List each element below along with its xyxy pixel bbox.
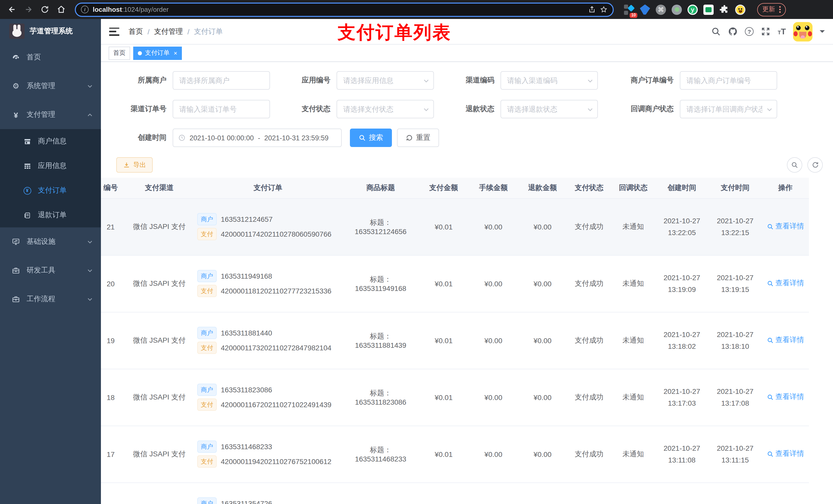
site-info-icon[interactable]: i — [81, 6, 89, 13]
column-header: 退款金额 — [518, 178, 567, 198]
column-header: 支付状态 — [567, 178, 611, 198]
github-icon[interactable] — [728, 27, 738, 37]
cell-amount: ¥0.01 — [419, 198, 469, 255]
diamond-extension-icon[interactable]: 10 — [624, 4, 634, 15]
merchant-tag: 商户 — [197, 384, 217, 396]
cell-notify: 未通知 — [611, 426, 655, 482]
help-icon[interactable]: ? — [745, 27, 754, 36]
cell-refund: ¥0.00 — [518, 255, 567, 312]
table-row: 商户 1635311354726 支付 查看详情 — [101, 482, 809, 504]
forward-icon[interactable] — [22, 3, 35, 16]
breadcrumb-section[interactable]: 支付管理 — [154, 27, 183, 36]
table-toolbar: 导出 — [111, 157, 823, 173]
cell-id: 17 — [101, 426, 125, 482]
cell-status: 支付成功 — [567, 255, 611, 312]
user-avatar[interactable] — [793, 22, 812, 41]
back-icon[interactable] — [5, 3, 19, 16]
show-search-toggle-button[interactable] — [787, 157, 802, 173]
breadcrumb-current: 支付订单 — [194, 27, 223, 36]
notify-status-select[interactable] — [680, 100, 777, 118]
close-icon[interactable]: × — [174, 49, 177, 56]
breadcrumb: 首页 / 支付管理 / 支付订单 — [128, 27, 223, 36]
extensions-puzzle-icon[interactable] — [719, 4, 730, 15]
tag-pay-order[interactable]: 支付订单 × — [133, 46, 182, 60]
clock-icon — [178, 134, 186, 141]
emoji-avatar-icon[interactable] — [735, 4, 745, 15]
sidebar-item-devtools[interactable]: 研发工具 — [0, 256, 101, 285]
merchant-select[interactable] — [173, 71, 270, 90]
sidebar-item-system[interactable]: ⚙ 系统管理 — [0, 72, 101, 100]
breadcrumb-home[interactable]: 首页 — [128, 27, 143, 36]
address-bar[interactable]: i localhost:1024/pay/order — [75, 2, 614, 17]
update-button[interactable]: 更新 — [757, 3, 786, 16]
tag-home[interactable]: 首页 — [109, 46, 130, 60]
cell-pay-order: 商户 1635311468233 支付 42000011942021102767… — [193, 426, 343, 482]
command-extension-icon[interactable]: ⌘ — [656, 4, 666, 15]
chat-extension-icon[interactable] — [704, 4, 714, 15]
merchant-order-no: 1635312124657 — [221, 215, 272, 223]
sidebar-item-infra[interactable]: 基础设施 — [0, 227, 101, 256]
avatar-caret-icon[interactable] — [820, 30, 825, 35]
fullscreen-icon[interactable] — [761, 27, 770, 37]
cell-paid: 2021-10-2713:17:08 — [709, 369, 762, 426]
reload-icon[interactable] — [38, 3, 51, 16]
search-button[interactable]: 搜索 — [350, 128, 392, 147]
channel-code-select[interactable] — [501, 71, 598, 90]
sidebar-toggle-icon[interactable] — [109, 27, 119, 35]
bookmark-star-icon[interactable] — [600, 6, 608, 13]
cell-channel: 微信 JSAPI 支付 — [125, 255, 193, 312]
font-size-icon[interactable]: TT — [778, 27, 786, 36]
cell-id: 19 — [101, 312, 125, 369]
sidebar-item-refund-order[interactable]: 退款订单 — [0, 203, 101, 227]
channel-order-no-input[interactable] — [173, 100, 270, 118]
cell-title — [343, 482, 419, 504]
share-icon[interactable] — [588, 6, 596, 13]
sidebar-item-merchant-info[interactable]: 商户信息 — [0, 129, 101, 154]
date-range-picker[interactable]: 2021-10-01 00:00:00 - 2021-10-31 23:59:5… — [173, 128, 342, 147]
column-header: 支付时间 — [709, 178, 762, 198]
view-details-link[interactable]: 查看详情 — [767, 222, 804, 231]
pay-order-no: 4200001181202110277723215336 — [221, 287, 331, 295]
pay-status-select[interactable] — [337, 100, 434, 118]
view-details-link[interactable]: 查看详情 — [767, 392, 804, 402]
app-select[interactable] — [337, 71, 434, 90]
dot-circle-extension-icon[interactable] — [672, 4, 682, 15]
sidebar-item-pay-order[interactable]: ¥ 支付订单 — [0, 178, 101, 203]
filter-label: 渠道订单号 — [116, 104, 173, 114]
cell-actions: 查看详情 — [762, 255, 809, 312]
browser-toolbar: i localhost:1024/pay/order 10 ⌘ y 更新 — [0, 0, 833, 19]
sidebar-item-workflow[interactable]: 工作流程 — [0, 285, 101, 313]
date-start: 2021-10-01 00:00:00 — [190, 134, 254, 142]
pay-tag: 支付 — [197, 285, 217, 297]
refresh-button[interactable] — [807, 157, 823, 173]
chevron-up-icon — [87, 112, 93, 118]
sidebar-item-app-info[interactable]: 应用信息 — [0, 154, 101, 178]
cell-id: 21 — [101, 198, 125, 255]
export-button[interactable]: 导出 — [116, 157, 153, 173]
filter-label: 商户订单编号 — [613, 76, 680, 85]
kite-extension-icon[interactable] — [640, 4, 650, 15]
filter-form: 所属商户 应用编号 渠道编码 — [111, 62, 823, 147]
merchant-order-no: 1635311823086 — [221, 386, 272, 394]
y-circle-extension-icon[interactable]: y — [688, 4, 698, 15]
sidebar: 芋道管理系统 首页 ⚙ 系统管理 ¥ 支付管理 — [0, 19, 101, 504]
search-icon[interactable] — [711, 27, 721, 37]
cell-created — [655, 482, 709, 504]
toolbox-icon — [11, 266, 21, 274]
cell-status: 支付成功 — [567, 312, 611, 369]
view-details-link[interactable]: 查看详情 — [767, 279, 804, 288]
kebab-menu-icon[interactable] — [779, 6, 781, 13]
view-details-link[interactable]: 查看详情 — [767, 450, 804, 459]
sidebar-item-home[interactable]: 首页 — [0, 43, 101, 72]
home-icon[interactable] — [54, 3, 68, 16]
sidebar-item-pay[interactable]: ¥ 支付管理 — [0, 100, 101, 129]
refund-status-select[interactable] — [501, 100, 598, 118]
chevron-down-icon — [87, 268, 93, 273]
table-row: 17 微信 JSAPI 支付 商户 1635311468233 支付 42000… — [101, 426, 809, 482]
reset-button[interactable]: 重置 — [397, 128, 439, 147]
view-details-link[interactable]: 查看详情 — [767, 336, 804, 345]
cell-id: 20 — [101, 255, 125, 312]
merchant-order-no: 1635311468233 — [221, 442, 272, 451]
merchant-order-no-input[interactable] — [680, 71, 777, 90]
merchant-tag: 商户 — [197, 327, 217, 339]
